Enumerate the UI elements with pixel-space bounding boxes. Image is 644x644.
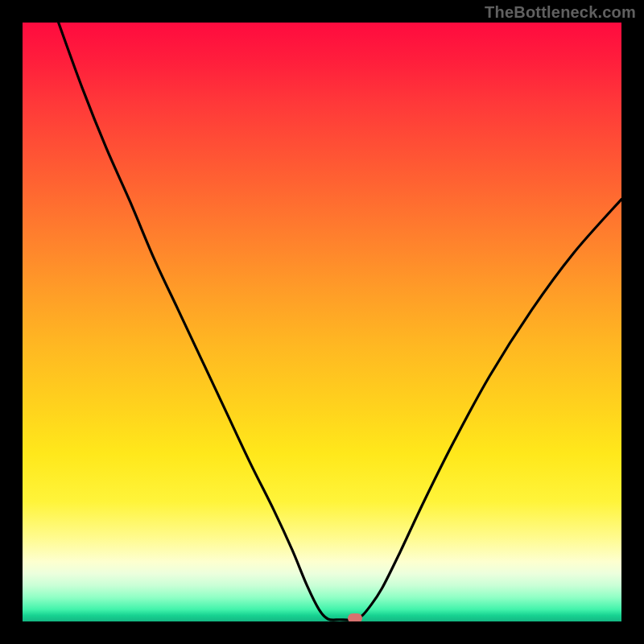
watermark-text: TheBottleneck.com — [485, 3, 636, 22]
bottleneck-curve — [23, 23, 621, 621]
optimum-marker — [348, 613, 362, 621]
chart-stage: TheBottleneck.com — [0, 0, 644, 644]
plot-area — [23, 23, 621, 621]
curve-path — [59, 23, 621, 620]
